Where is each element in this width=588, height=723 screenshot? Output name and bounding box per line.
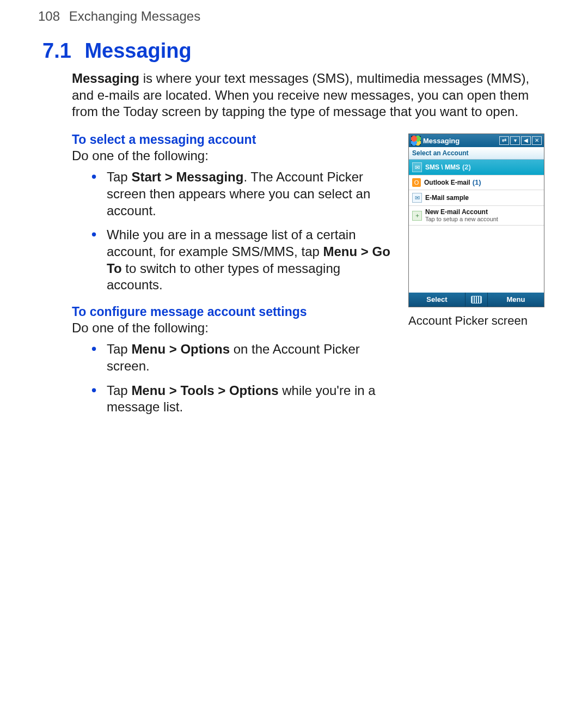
content-columns: To select a messaging account Do one of … xyxy=(38,132,550,427)
close-icon: ✕ xyxy=(532,136,542,145)
phone-subheader: Select an Account xyxy=(409,147,544,160)
section-title: Messaging xyxy=(84,39,191,62)
chapter-title: Exchanging Messages xyxy=(69,9,200,23)
select-account-lead: Do one of the following: xyxy=(72,148,395,163)
configure-lead: Do one of the following: xyxy=(72,320,395,336)
sms-icon: ✉ xyxy=(412,162,422,172)
select-account-heading: To select a messaging account xyxy=(72,132,395,147)
running-header: 108 Exchanging Messages xyxy=(38,9,550,24)
sync-icon: ⇄ xyxy=(499,136,509,145)
configure-heading: To configure message account settings xyxy=(72,305,395,319)
section-heading: 7.1 Messaging xyxy=(38,39,550,63)
keyboard-icon xyxy=(471,296,482,303)
list-item: Tap Menu > Tools > Options while you're … xyxy=(91,382,395,416)
list-item: While you are in a message list of a cer… xyxy=(91,227,395,294)
mail-icon: ✉ xyxy=(412,193,422,203)
manual-page: 108 Exchanging Messages 7.1 Messaging Me… xyxy=(0,0,588,723)
speaker-icon: ◀ xyxy=(521,136,531,145)
softkey-select[interactable]: Select xyxy=(409,293,465,307)
list-item: Tap Start > Messaging. The Account Picke… xyxy=(91,169,395,219)
intro-paragraph: Messaging is where your text messages (S… xyxy=(38,70,550,120)
account-item-email-sample[interactable]: ✉ E-Mail sample xyxy=(409,190,544,206)
account-item-outlook[interactable]: O Outlook E-mail(1) xyxy=(409,175,544,190)
phone-tray-icons: ⇄ ▾ ◀ ✕ xyxy=(499,136,542,145)
phone-title-bar: Messaging ⇄ ▾ ◀ ✕ xyxy=(409,134,544,147)
right-column: Messaging ⇄ ▾ ◀ ✕ Select an Account ✉ SM… xyxy=(408,132,550,427)
page-number: 108 xyxy=(38,9,60,23)
section-number: 7.1 xyxy=(42,39,71,62)
new-account-icon: ＋ xyxy=(412,211,422,221)
phone-softkey-bar: Select Menu xyxy=(409,293,544,307)
softkey-keyboard[interactable] xyxy=(465,293,488,307)
left-column: To select a messaging account Do one of … xyxy=(72,132,395,427)
figure-caption: Account Picker screen xyxy=(408,314,550,328)
phone-screenshot: Messaging ⇄ ▾ ◀ ✕ Select an Account ✉ SM… xyxy=(408,133,544,307)
windows-logo-icon xyxy=(411,136,421,145)
phone-title: Messaging xyxy=(423,137,497,145)
account-item-new[interactable]: ＋ New E-mail Account Tap to setup a new … xyxy=(409,206,544,226)
list-item: Tap Menu > Options on the Account Picker… xyxy=(91,341,395,374)
configure-list: Tap Menu > Options on the Account Picker… xyxy=(72,341,395,416)
softkey-menu[interactable]: Menu xyxy=(488,293,544,307)
select-account-list: Tap Start > Messaging. The Account Picke… xyxy=(72,169,395,294)
intro-text: is where your text messages (SMS), multi… xyxy=(72,71,529,119)
phone-account-list: ✉ SMS \ MMS(2) O Outlook E-mail(1) ✉ xyxy=(409,160,544,293)
outlook-icon: O xyxy=(412,178,421,187)
signal-icon: ▾ xyxy=(510,136,520,145)
intro-bold: Messaging xyxy=(72,71,139,86)
account-item-sms[interactable]: ✉ SMS \ MMS(2) xyxy=(409,160,544,175)
